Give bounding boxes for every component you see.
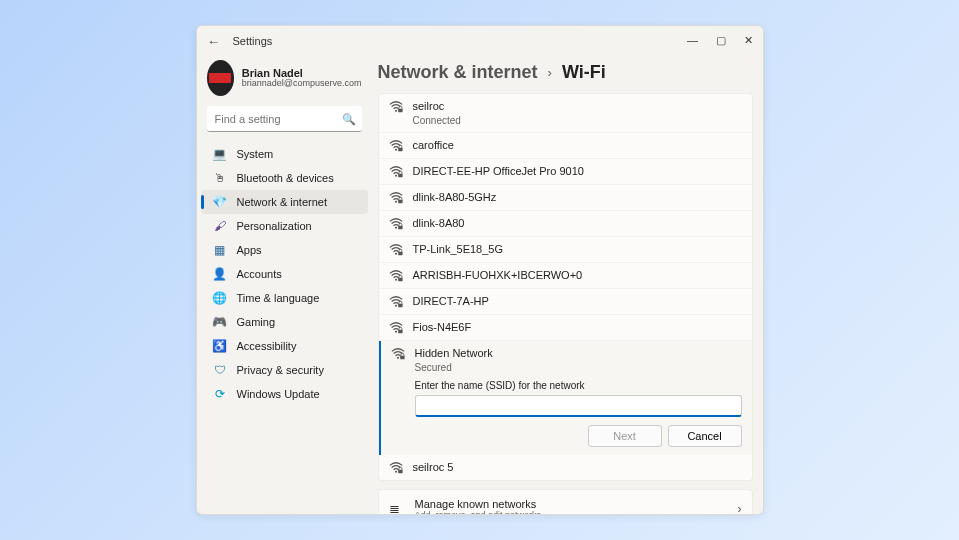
windows-update-icon: ⟳ (213, 387, 227, 401)
network-text: ARRISBH-FUOHXK+IBCERWO+0 (413, 268, 742, 283)
sidebar-item-network-internet[interactable]: 💎 Network & internet (201, 190, 368, 214)
chevron-right-icon: › (738, 502, 742, 514)
wifi-icon (389, 191, 403, 205)
back-button[interactable]: ← (203, 30, 225, 52)
network-text: dlink-8A80-5GHz (413, 190, 742, 205)
sidebar-item-apps[interactable]: ▦ Apps (201, 238, 368, 262)
profile-email: briannadel@compuserve.com (242, 79, 362, 89)
titlebar: ← Settings — ▢ ✕ (197, 26, 763, 56)
svg-point-16 (394, 331, 396, 333)
network-item[interactable]: Fios-N4E6F (379, 315, 752, 341)
network-item[interactable]: dlink-8A80 (379, 211, 752, 237)
sidebar-item-windows-update[interactable]: ⟳ Windows Update (201, 382, 368, 406)
nav-label: Accounts (237, 268, 282, 280)
sidebar-item-accounts[interactable]: 👤 Accounts (201, 262, 368, 286)
svg-point-6 (394, 201, 396, 203)
settings-window: ← Settings — ▢ ✕ Brian Nadel briannadel@… (196, 25, 764, 515)
app-title: Settings (233, 35, 273, 47)
wifi-icon (389, 139, 403, 153)
network-item[interactable]: TP-Link_5E18_5G (379, 237, 752, 263)
search-icon: 🔍 (342, 113, 356, 126)
svg-point-14 (394, 305, 396, 307)
network-item[interactable]: DIRECT-EE-HP OfficeJet Pro 9010 (379, 159, 752, 185)
network-name: seilroc (413, 99, 742, 114)
wifi-icon (389, 100, 403, 114)
ssid-input[interactable] (415, 395, 742, 417)
sidebar-item-privacy-security[interactable]: 🛡 Privacy & security (201, 358, 368, 382)
network-text: DIRECT-EE-HP OfficeJet Pro 9010 (413, 164, 742, 179)
sidebar-item-personalization[interactable]: 🖌 Personalization (201, 214, 368, 238)
network-text: seilroc 5 (413, 460, 742, 475)
sidebar-item-system[interactable]: 💻 System (201, 142, 368, 166)
network-name: dlink-8A80 (413, 216, 742, 231)
sidebar-item-time-language[interactable]: 🌐 Time & language (201, 286, 368, 310)
content-row: Brian Nadel briannadel@compuserve.com 🔍 … (197, 56, 763, 514)
wifi-icon (389, 217, 403, 231)
avatar (207, 60, 234, 96)
network-text: dlink-8A80 (413, 216, 742, 231)
network-item[interactable]: caroffice (379, 133, 752, 159)
svg-rect-7 (398, 200, 402, 204)
wifi-icon (389, 321, 403, 335)
network-status: Connected (413, 114, 742, 128)
maximize-button[interactable]: ▢ (707, 26, 735, 54)
nav-label: Apps (237, 244, 262, 256)
breadcrumb-parent[interactable]: Network & internet (378, 62, 538, 83)
breadcrumb: Network & internet › Wi-Fi (378, 56, 753, 93)
search-input[interactable] (207, 106, 362, 132)
network-text: Hidden Network Secured (415, 346, 742, 374)
list-icon: ≣ (389, 501, 405, 514)
svg-point-12 (394, 279, 396, 281)
minimize-button[interactable]: — (679, 26, 707, 54)
nav-list: 💻 System🖱 Bluetooth & devices💎 Network &… (201, 142, 368, 406)
manage-known-networks-card[interactable]: ≣ Manage known networks Add, remove, and… (378, 489, 753, 514)
known-sub: Add, remove, and edit networks (415, 510, 728, 514)
svg-rect-11 (398, 252, 402, 256)
close-button[interactable]: ✕ (735, 26, 763, 54)
network-item[interactable]: dlink-8A80-5GHz (379, 185, 752, 211)
gaming-icon: 🎮 (213, 315, 227, 329)
network-item-hidden[interactable]: Hidden Network Secured (381, 341, 752, 379)
network-name: caroffice (413, 138, 742, 153)
cancel-button[interactable]: Cancel (668, 425, 742, 447)
network-name: Fios-N4E6F (413, 320, 742, 335)
network-item[interactable]: DIRECT-7A-HP (379, 289, 752, 315)
svg-rect-15 (398, 304, 402, 308)
known-text: Manage known networks Add, remove, and e… (415, 498, 728, 514)
sidebar-item-gaming[interactable]: 🎮 Gaming (201, 310, 368, 334)
wifi-icon (391, 347, 405, 361)
nav-label: Time & language (237, 292, 320, 304)
svg-point-4 (394, 175, 396, 177)
network-item[interactable]: ARRISBH-FUOHXK+IBCERWO+0 (379, 263, 752, 289)
window-controls: — ▢ ✕ (679, 26, 763, 54)
time-language-icon: 🌐 (213, 291, 227, 305)
wifi-icon (389, 243, 403, 257)
known-title: Manage known networks (415, 498, 728, 510)
nav-label: Windows Update (237, 388, 320, 400)
chevron-right-icon: › (548, 65, 552, 80)
svg-rect-21 (398, 469, 402, 473)
search-wrap: 🔍 (207, 106, 362, 132)
svg-rect-9 (398, 226, 402, 230)
wifi-icon (389, 165, 403, 179)
network-internet-icon: 💎 (213, 195, 227, 209)
sidebar-item-accessibility[interactable]: ♿ Accessibility (201, 334, 368, 358)
nav-label: Bluetooth & devices (237, 172, 334, 184)
sidebar-item-bluetooth-devices[interactable]: 🖱 Bluetooth & devices (201, 166, 368, 190)
network-item[interactable]: seilroc Connected (379, 94, 752, 133)
network-name: TP-Link_5E18_5G (413, 242, 742, 257)
network-name: seilroc 5 (413, 460, 742, 475)
next-button[interactable]: Next (588, 425, 662, 447)
wifi-icon (389, 295, 403, 309)
network-text: DIRECT-7A-HP (413, 294, 742, 309)
apps-icon: ▦ (213, 243, 227, 257)
network-name: DIRECT-EE-HP OfficeJet Pro 9010 (413, 164, 742, 179)
network-item[interactable]: seilroc 5 (379, 455, 752, 480)
accessibility-icon: ♿ (213, 339, 227, 353)
hidden-network-panel: Hidden Network Secured Enter the name (S… (379, 341, 752, 454)
personalization-icon: 🖌 (213, 219, 227, 233)
svg-rect-5 (398, 174, 402, 178)
profile-section[interactable]: Brian Nadel briannadel@compuserve.com (201, 56, 368, 106)
svg-point-2 (394, 149, 396, 151)
svg-rect-19 (400, 356, 404, 360)
